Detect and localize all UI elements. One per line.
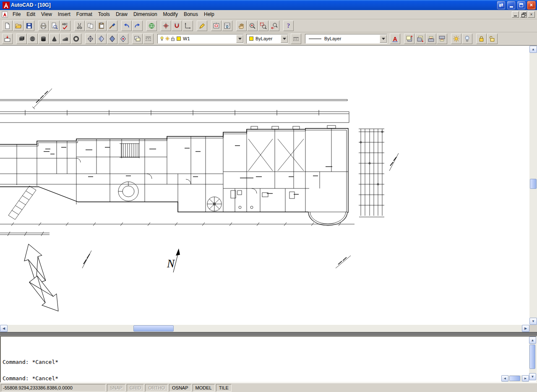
command-vertical-scrollbar[interactable]: ▲ ▼ xyxy=(529,337,536,380)
horizontal-scroll-thumb[interactable] xyxy=(133,325,174,332)
scroll-down-button[interactable]: ▼ xyxy=(529,318,537,325)
vertical-scroll-track[interactable] xyxy=(529,53,537,318)
drawing-canvas[interactable]: N xyxy=(0,46,529,325)
color-dropdown-arrow[interactable] xyxy=(281,35,288,43)
spelling-button[interactable]: ABC xyxy=(60,21,70,31)
layers-dialog-button[interactable] xyxy=(132,34,143,44)
render-shade-button[interactable] xyxy=(96,34,107,44)
redraw-button[interactable] xyxy=(197,21,207,31)
arrange-windows-button[interactable]: ⇄ xyxy=(497,1,506,10)
layer-control-dropdown[interactable]: W1 xyxy=(157,34,244,44)
solid-sphere-button[interactable] xyxy=(27,34,38,44)
menu-insert[interactable]: Insert xyxy=(55,10,73,19)
command-horizontal-scrollbar[interactable]: ◀ ▶ xyxy=(501,375,529,382)
new-button[interactable] xyxy=(2,21,13,31)
mdi-restore-button[interactable] xyxy=(520,11,527,18)
render-hide-button[interactable] xyxy=(85,34,96,44)
zoom-window-button[interactable] xyxy=(258,21,268,31)
zoom-previous-button[interactable] xyxy=(269,21,279,31)
redo-button[interactable] xyxy=(132,21,143,31)
draworder-bring-above-button[interactable] xyxy=(426,34,436,44)
close-button[interactable]: × xyxy=(527,1,536,10)
color-control-dropdown[interactable]: ByLayer xyxy=(246,34,288,44)
menu-format[interactable]: Format xyxy=(73,10,95,19)
command-scroll-right-button[interactable]: ▶ xyxy=(522,375,529,382)
help-button[interactable]: ? xyxy=(283,21,294,31)
menu-help[interactable]: Help xyxy=(201,10,217,19)
make-object-layer-current-button[interactable] xyxy=(2,34,13,44)
mdi-minimize-button[interactable] xyxy=(512,11,519,18)
vertical-scroll-thumb[interactable] xyxy=(530,179,537,189)
cut-button[interactable] xyxy=(74,21,85,31)
draworder-bring-to-front-button[interactable] xyxy=(404,34,414,44)
draworder-send-under-button[interactable] xyxy=(437,34,447,44)
match-properties-button[interactable] xyxy=(107,21,117,31)
menu-bonus[interactable]: Bonus xyxy=(181,10,201,19)
maximize-button[interactable] xyxy=(517,1,526,10)
tracking-button[interactable] xyxy=(161,21,171,31)
scroll-right-button[interactable]: ▶ xyxy=(522,325,529,332)
layer-unlock-button[interactable] xyxy=(487,34,498,44)
drawing-vertical-scrollbar[interactable]: ▲ ▼ xyxy=(529,46,537,325)
menu-edit[interactable]: Edit xyxy=(23,10,38,19)
draworder-send-to-back-button[interactable] xyxy=(415,34,425,44)
launch-browser-button[interactable] xyxy=(146,21,157,31)
horizontal-scroll-track[interactable] xyxy=(8,325,522,332)
zoom-realtime-button[interactable] xyxy=(247,21,258,31)
command-vertical-scroll-thumb[interactable] xyxy=(529,345,535,369)
render-button[interactable] xyxy=(107,34,117,44)
command-scroll-left-button[interactable]: ◀ xyxy=(501,375,508,382)
menu-tools[interactable]: Tools xyxy=(95,10,113,19)
osnap-toggle[interactable]: OSNAP xyxy=(169,384,191,392)
layer-freeze-button[interactable] xyxy=(451,34,461,44)
command-horizontal-scroll-track[interactable] xyxy=(508,375,522,382)
print-preview-button[interactable] xyxy=(49,21,60,31)
aerial-view-button[interactable] xyxy=(211,21,222,31)
layer-dropdown-arrow[interactable] xyxy=(236,35,243,43)
command-window-splitter[interactable] xyxy=(0,332,537,336)
render-materials-button[interactable] xyxy=(118,34,128,44)
menu-file[interactable]: File xyxy=(10,10,23,19)
linetype-dialog-button[interactable] xyxy=(143,34,154,44)
command-vertical-scroll-track[interactable] xyxy=(529,344,536,373)
ortho-toggle[interactable]: ORTHO xyxy=(145,384,168,392)
layer-off-button[interactable] xyxy=(462,34,472,44)
command-scroll-up-button[interactable]: ▲ xyxy=(529,337,536,344)
tile-toggle[interactable]: TILE xyxy=(216,384,232,392)
solid-torus-button[interactable] xyxy=(71,34,81,44)
scroll-left-button[interactable]: ◀ xyxy=(0,325,8,332)
linetype-control-dropdown[interactable]: ByLayer xyxy=(305,34,387,44)
command-window[interactable]: Command: *Cancel* Command: *Cancel* Comm… xyxy=(0,336,537,383)
menu-modify[interactable]: Modify xyxy=(160,10,181,19)
solid-box-button[interactable] xyxy=(16,34,27,44)
open-button[interactable] xyxy=(13,21,23,31)
ucs-button[interactable] xyxy=(182,21,193,31)
text-style-button[interactable]: A xyxy=(390,34,400,44)
snap-toggle[interactable]: SNAP xyxy=(107,384,125,392)
command-scroll-down-button[interactable]: ▼ xyxy=(529,373,536,380)
copy-button[interactable] xyxy=(85,21,96,31)
paste-button[interactable] xyxy=(96,21,107,31)
scroll-up-button[interactable]: ▲ xyxy=(529,46,537,53)
grid-toggle[interactable]: GRID xyxy=(127,384,144,392)
linetype-settings-button[interactable] xyxy=(291,34,301,44)
linetype-dropdown-arrow[interactable] xyxy=(380,35,387,43)
menu-draw[interactable]: Draw xyxy=(113,10,130,19)
menu-dimension[interactable]: Dimension xyxy=(130,10,160,19)
command-horizontal-scroll-thumb[interactable] xyxy=(509,376,520,381)
pan-realtime-button[interactable] xyxy=(236,21,247,31)
save-button[interactable] xyxy=(24,21,34,31)
layer-lock-button[interactable] xyxy=(476,34,487,44)
undo-button[interactable] xyxy=(121,21,132,31)
object-snap-button[interactable] xyxy=(172,21,182,31)
menu-view[interactable]: View xyxy=(38,10,55,19)
model-toggle[interactable]: MODEL xyxy=(193,384,215,392)
mdi-close-button[interactable]: × xyxy=(528,11,535,18)
named-views-button[interactable] xyxy=(222,21,232,31)
solid-wedge-button[interactable] xyxy=(60,34,70,44)
drawing-horizontal-scrollbar[interactable]: ◀ ▶ xyxy=(0,325,529,332)
print-button[interactable] xyxy=(38,21,49,31)
minimize-button[interactable] xyxy=(507,1,516,10)
solid-cylinder-button[interactable] xyxy=(38,34,49,44)
solid-cone-button[interactable] xyxy=(49,34,60,44)
